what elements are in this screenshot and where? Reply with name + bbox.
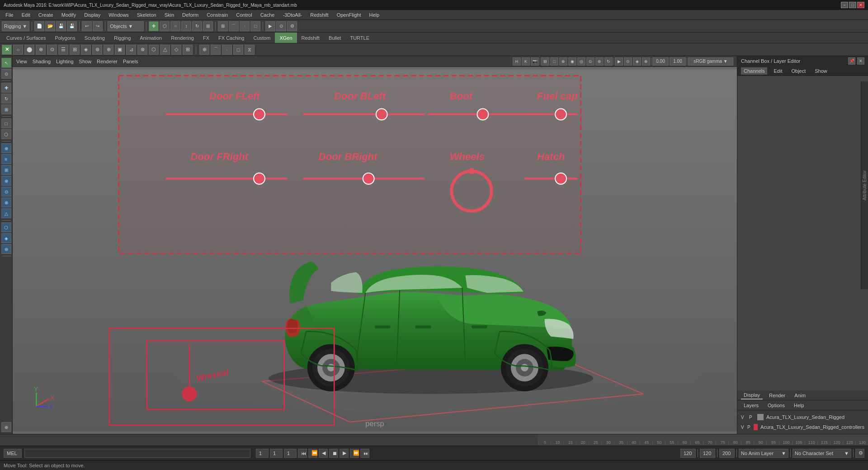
tool-icon-10[interactable]: ⊕ bbox=[104, 45, 113, 55]
menu-openflight[interactable]: OpenFlight bbox=[333, 11, 365, 19]
rp-close-btn[interactable]: ✕ bbox=[857, 57, 864, 65]
rp-tab-render[interactable]: Render bbox=[766, 392, 788, 399]
redo-btn[interactable]: ↪ bbox=[93, 21, 103, 31]
vp-menu-show[interactable]: Show bbox=[79, 59, 92, 64]
tab-custom[interactable]: Custom bbox=[249, 33, 275, 43]
move-tool[interactable]: ↕ bbox=[181, 21, 191, 31]
select-tool[interactable]: ✚ bbox=[149, 21, 159, 31]
tool-icon-13[interactable]: ⊗ bbox=[137, 45, 147, 55]
snap-to-curve[interactable]: ⌒ bbox=[211, 45, 221, 55]
thumb-door-fleft[interactable] bbox=[254, 109, 265, 120]
objects-dropdown[interactable]: Objects ▼ bbox=[108, 21, 144, 31]
stop-btn[interactable]: ⏹ bbox=[329, 449, 338, 458]
rp-pin-btn[interactable]: 📌 bbox=[848, 57, 855, 65]
char-set-icon[interactable]: ⚙ bbox=[855, 449, 864, 458]
snap-view[interactable]: □ bbox=[250, 21, 260, 31]
tab-rigging[interactable]: Rigging bbox=[109, 33, 135, 43]
frame-tick[interactable]: 1 bbox=[284, 449, 297, 458]
current-frame[interactable]: 1 bbox=[270, 449, 283, 458]
snap-to-grid[interactable]: ⊕ bbox=[199, 45, 209, 55]
menu-cache[interactable]: Cache bbox=[257, 11, 278, 19]
tool-icon-5[interactable]: ⊙ bbox=[47, 45, 57, 55]
vp-menu-lighting[interactable]: Lighting bbox=[56, 59, 74, 64]
undo-btn[interactable]: ↩ bbox=[82, 21, 92, 31]
tool-icon-16[interactable]: ◇ bbox=[171, 45, 181, 55]
play-next-btn[interactable]: ⏩ bbox=[350, 449, 359, 458]
mode-dropdown[interactable]: Rigging ▼ bbox=[2, 21, 29, 31]
vp-btn-15[interactable]: ⊕ bbox=[642, 57, 650, 66]
tab-bullet[interactable]: Bullet bbox=[324, 33, 346, 43]
new-scene-btn[interactable]: 📄 bbox=[34, 21, 44, 31]
tool-group-5[interactable]: ⊙ bbox=[1, 187, 11, 197]
thumb-fuel-cap[interactable] bbox=[555, 109, 566, 120]
vp-btn-10[interactable]: ⊛ bbox=[595, 57, 604, 66]
tab-turtle[interactable]: TURTLE bbox=[345, 33, 374, 43]
play-prev-btn[interactable]: ⏪ bbox=[308, 449, 317, 458]
thumb-door-bleft[interactable] bbox=[376, 109, 387, 120]
vp-menu-shading[interactable]: Shading bbox=[33, 59, 51, 64]
save-as-btn[interactable]: 💾 bbox=[67, 21, 77, 31]
play-start-btn[interactable]: ⏮ bbox=[298, 449, 307, 458]
tool-icon-7[interactable]: ⊞ bbox=[70, 45, 80, 55]
end-frame-2[interactable]: 120 bbox=[700, 449, 715, 458]
tool-icon-9[interactable]: ⊛ bbox=[92, 45, 102, 55]
rp-subtab-help[interactable]: Help bbox=[791, 402, 807, 409]
render-btn[interactable]: ▶ bbox=[265, 21, 275, 31]
menu-modify[interactable]: Modify bbox=[58, 11, 80, 19]
vp-input-2[interactable]: 1.00 bbox=[670, 57, 686, 66]
tab-redshift[interactable]: Redshift bbox=[297, 33, 324, 43]
menu-deform[interactable]: Deform bbox=[179, 11, 202, 19]
thumb-boot[interactable] bbox=[477, 109, 488, 120]
anim-layer-dropdown[interactable]: No Anim Layer ▼ bbox=[739, 449, 788, 458]
tool-rotate[interactable]: ↻ bbox=[1, 94, 11, 103]
tool-group-10[interactable]: ⊛ bbox=[1, 244, 11, 254]
rp-subtab-layers[interactable]: Layers bbox=[741, 402, 761, 409]
vp-btn-11[interactable]: ↻ bbox=[604, 57, 613, 66]
max-frame[interactable]: 200 bbox=[719, 449, 735, 458]
menu-help[interactable]: Help bbox=[365, 11, 383, 19]
scale-tool[interactable]: ⊞ bbox=[203, 21, 213, 31]
vp-btn-5[interactable]: □ bbox=[550, 57, 558, 66]
tool-snap[interactable]: ⊕ bbox=[1, 422, 11, 432]
vp-btn-12[interactable]: ▶ bbox=[615, 57, 623, 66]
snap-point[interactable]: · bbox=[240, 21, 250, 31]
tool-paint[interactable]: ⊙ bbox=[1, 69, 11, 79]
vp-btn-grid[interactable]: ⊞ bbox=[541, 57, 549, 66]
tool-group-6[interactable]: ⊗ bbox=[1, 197, 11, 207]
maximize-button[interactable]: □ bbox=[849, 2, 856, 8]
vp-btn-9[interactable]: ⊙ bbox=[586, 57, 594, 66]
rp-tab-object[interactable]: Object bbox=[788, 67, 808, 75]
tool-group-7[interactable]: △ bbox=[1, 208, 11, 218]
rp-tab-show[interactable]: Show bbox=[812, 67, 830, 75]
lasso-tool[interactable]: ⬡ bbox=[160, 21, 170, 31]
ipr-btn[interactable]: ⊙ bbox=[276, 21, 286, 31]
tab-fx-caching[interactable]: FX Caching bbox=[214, 33, 249, 43]
vp-colorspace[interactable]: sRGB gamma ▼ bbox=[688, 57, 733, 66]
tab-fx[interactable]: FX bbox=[198, 33, 214, 43]
snap-to-view-plane[interactable]: □ bbox=[233, 45, 243, 55]
tool-icon-14[interactable]: ⬡ bbox=[149, 45, 159, 55]
open-btn[interactable]: 📂 bbox=[45, 21, 55, 31]
snap-to-point[interactable]: · bbox=[222, 45, 232, 55]
snap-icon-extra[interactable]: ⧖ bbox=[245, 45, 255, 55]
menu-edit[interactable]: Edit bbox=[18, 11, 34, 19]
vp-btn-8[interactable]: ◎ bbox=[577, 57, 585, 66]
menu-skeleton[interactable]: Skeleton bbox=[133, 11, 160, 19]
menu-constrain[interactable]: Constrain bbox=[203, 11, 231, 19]
minimize-button[interactable]: − bbox=[841, 2, 848, 8]
tool-select-icon[interactable]: ✕ bbox=[2, 45, 12, 55]
tool-select[interactable]: ↖ bbox=[1, 58, 11, 68]
vp-btn-7[interactable]: ◉ bbox=[568, 57, 576, 66]
menu-create[interactable]: Create bbox=[35, 11, 57, 19]
tool-move[interactable]: ✚ bbox=[1, 83, 11, 93]
tool-icon-4[interactable]: ⊕ bbox=[36, 45, 46, 55]
script-input[interactable] bbox=[24, 449, 250, 458]
vp-btn-14[interactable]: ◈ bbox=[633, 57, 641, 66]
timeline-ruler[interactable]: 5 10 15 20 25 30 35 40 45 50 55 60 65 70… bbox=[538, 434, 868, 446]
char-set-dropdown[interactable]: No Character Set ▼ bbox=[793, 449, 851, 458]
thumb-door-bright[interactable] bbox=[363, 173, 374, 184]
mel-label[interactable]: MEL bbox=[4, 449, 22, 458]
rp-tab-display[interactable]: Display bbox=[741, 391, 763, 400]
tool-icon-17[interactable]: ⊞ bbox=[183, 45, 193, 55]
tab-rendering[interactable]: Rendering bbox=[166, 33, 198, 43]
